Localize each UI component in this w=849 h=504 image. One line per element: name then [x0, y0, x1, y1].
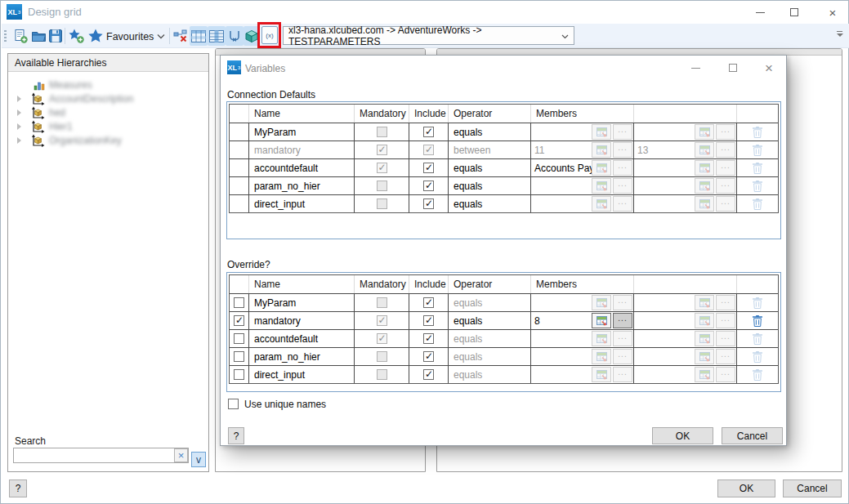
member-browse-button[interactable]: ... [613, 160, 632, 176]
favourites-star-icon[interactable] [87, 26, 105, 46]
mandatory-checkbox[interactable] [377, 145, 387, 155]
search-clear-button[interactable]: × [174, 448, 188, 462]
pick-from-sheet-button[interactable] [592, 124, 611, 140]
member-browse-button[interactable]: ... [613, 349, 632, 364]
member-browse-button[interactable]: ... [613, 295, 632, 310]
member-browse-button[interactable]: ... [613, 178, 632, 194]
add-favourite-button[interactable] [68, 26, 86, 46]
operator-select[interactable]: equals [448, 159, 530, 176]
operator-select[interactable]: between [448, 141, 530, 158]
row-selector[interactable] [230, 123, 248, 140]
delete-row-button[interactable] [753, 163, 762, 174]
delete-row-button[interactable] [753, 145, 762, 156]
pick-from-sheet-button[interactable] [695, 367, 714, 382]
expand-arrow-icon[interactable] [17, 137, 21, 144]
override-checkbox[interactable] [234, 297, 244, 308]
help-button[interactable]: ? [9, 479, 27, 497]
dialog-cancel-button[interactable]: Cancel [722, 427, 783, 444]
tree-item-hierarchy[interactable]: Hier1 [8, 120, 208, 134]
new-report-button[interactable] [11, 26, 29, 46]
cancel-button[interactable]: Cancel [783, 479, 842, 497]
include-checkbox[interactable] [423, 315, 434, 326]
pick-from-sheet-button[interactable] [695, 295, 714, 310]
save-button[interactable] [47, 26, 65, 46]
close-button[interactable]: × [820, 1, 845, 24]
tree-item-hierarchy[interactable]: AccountDescription [8, 92, 208, 106]
operator-select[interactable]: equals [448, 366, 530, 383]
delete-row-button[interactable] [753, 369, 762, 381]
operator-select[interactable]: equals [448, 195, 530, 212]
dialog-close-button[interactable]: × [757, 56, 781, 79]
delete-row-button[interactable] [753, 181, 762, 192]
member-browse-button[interactable]: ... [613, 142, 632, 158]
dialog-ok-button[interactable]: OK [652, 427, 713, 444]
row-selector[interactable] [230, 159, 248, 176]
delete-row-button[interactable] [753, 127, 762, 138]
member-browse-button[interactable]: ... [716, 178, 735, 194]
toolbar-overflow-button[interactable] [836, 31, 844, 39]
tree-item-hierarchy[interactable]: hed [8, 106, 208, 120]
include-checkbox[interactable] [423, 163, 434, 173]
member-browse-button[interactable]: ... [716, 142, 735, 158]
mandatory-checkbox[interactable] [377, 369, 387, 380]
tree-item-measures[interactable]: Measures [8, 78, 208, 92]
pick-from-sheet-button[interactable] [695, 142, 714, 158]
delete-row-button[interactable] [753, 333, 762, 345]
expand-arrow-icon[interactable] [17, 123, 21, 130]
favourites-chevron-icon[interactable] [155, 26, 167, 46]
row-selector[interactable] [230, 141, 248, 158]
override-checkbox[interactable] [234, 333, 244, 344]
pick-from-sheet-button[interactable] [592, 349, 611, 364]
member-browse-button[interactable]: ... [716, 160, 735, 176]
member-browse-button[interactable]: ... [716, 313, 735, 328]
operator-select[interactable]: equals [448, 348, 530, 365]
override-checkbox[interactable] [234, 351, 244, 362]
dialog-maximize-button[interactable] [721, 56, 745, 79]
connection-select[interactable]: xl3-hana.xlcubed.com -> AdventureWorks -… [283, 26, 574, 45]
merge-headers-button[interactable] [226, 26, 244, 46]
open-button[interactable] [29, 26, 47, 46]
search-expand-button[interactable]: v [191, 452, 206, 467]
member-browse-button[interactable]: ... [716, 331, 735, 346]
operator-select[interactable]: equals [448, 177, 530, 194]
dialog-help-button[interactable]: ? [228, 427, 244, 444]
grid-rows-button[interactable] [190, 26, 208, 46]
use-unique-names-checkbox[interactable] [228, 399, 239, 409]
operator-select[interactable]: equals [448, 312, 530, 329]
override-checkbox[interactable] [234, 369, 244, 380]
delete-row-button[interactable] [753, 351, 762, 363]
include-checkbox[interactable] [423, 198, 434, 209]
delete-row-button[interactable] [753, 315, 762, 327]
pick-from-sheet-button[interactable] [695, 349, 714, 364]
operator-select[interactable]: equals [448, 294, 530, 311]
member-browse-button[interactable]: ... [613, 196, 632, 212]
member-browse-button[interactable]: ... [613, 124, 632, 140]
include-checkbox[interactable] [423, 297, 434, 308]
include-checkbox[interactable] [423, 333, 434, 344]
expand-arrow-icon[interactable] [17, 109, 21, 116]
member-browse-button[interactable]: ... [716, 349, 735, 364]
pick-from-sheet-button[interactable] [695, 196, 714, 212]
delete-row-button[interactable] [753, 297, 762, 309]
mandatory-checkbox[interactable] [377, 315, 387, 326]
pick-from-sheet-button[interactable] [592, 313, 611, 328]
maximize-button[interactable] [782, 1, 807, 24]
mandatory-checkbox[interactable] [377, 333, 387, 344]
member-browse-button[interactable]: ... [613, 367, 632, 382]
row-selector[interactable] [230, 195, 248, 212]
member-browse-button[interactable]: ... [716, 196, 735, 212]
delete-row-button[interactable] [753, 198, 762, 210]
ok-button[interactable]: OK [717, 479, 775, 497]
pick-from-sheet-button[interactable] [592, 160, 611, 176]
member-browse-button[interactable]: ... [613, 331, 632, 346]
pick-from-sheet-button[interactable] [695, 160, 714, 176]
include-checkbox[interactable] [423, 369, 434, 380]
toolbar-grip-handle[interactable] [4, 30, 7, 43]
search-input[interactable] [13, 448, 189, 463]
include-checkbox[interactable] [423, 145, 434, 155]
mandatory-checkbox[interactable] [377, 163, 387, 173]
operator-select[interactable]: equals [448, 330, 530, 347]
include-checkbox[interactable] [423, 351, 434, 362]
mandatory-checkbox[interactable] [377, 351, 387, 362]
grid-columns-button[interactable] [208, 26, 226, 46]
